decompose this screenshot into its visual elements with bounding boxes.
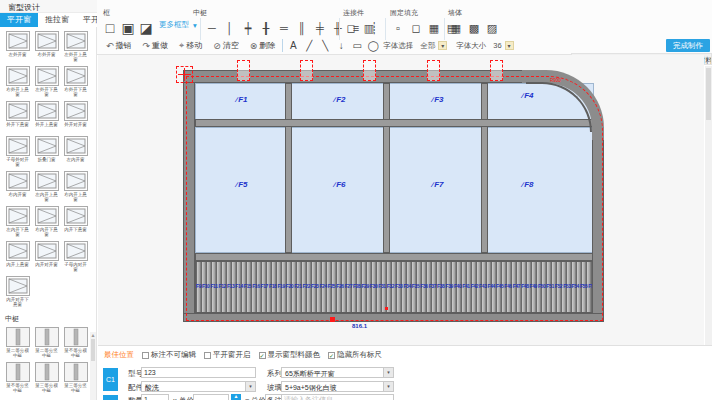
frame-tool-icon[interactable]: □ (103, 20, 117, 36)
origin-crosshair[interactable] (176, 66, 193, 83)
draw-tool-icon[interactable]: ▭ (350, 40, 364, 51)
mullion-type-item[interactable]: 显不等分竖中梃 (3, 362, 32, 394)
frame-tool-icon[interactable]: ▣ (121, 20, 135, 36)
font-select-dropdown-icon[interactable]: ▾ (438, 41, 447, 50)
font-size-dropdown-icon[interactable]: ▾ (505, 41, 514, 50)
price-stepper[interactable]: ▲▼ (231, 394, 241, 400)
qty-input[interactable] (141, 394, 169, 400)
mullion-type-item[interactable]: 显三等分横中梃 (32, 362, 61, 394)
mullion-type-item[interactable]: 显不等分横中梃 (61, 327, 90, 359)
checkbox-icon[interactable] (328, 352, 335, 359)
frame-tool-icon[interactable]: ◪ (139, 20, 153, 36)
checkbox-icon[interactable] (142, 352, 149, 359)
window-type-item[interactable]: 内开上悬窗 (3, 241, 32, 273)
display-option-checkbox[interactable]: 显示窗型料颜色 (259, 350, 321, 360)
window-type-item[interactable]: 左外开下悬窗 (32, 66, 61, 98)
command-button[interactable]: ⌖ 移动 (175, 40, 206, 51)
window-type-item[interactable]: 右内开窗 (3, 171, 32, 203)
command-button[interactable]: ⊘ 清空 (209, 40, 243, 51)
unit-price-input[interactable] (193, 394, 229, 400)
accessory-select[interactable]: 酸洗 ▾ (141, 381, 256, 392)
mullion-type-item[interactable]: 显二等分竖中梃 (32, 327, 61, 359)
checkbox-icon[interactable] (259, 352, 266, 359)
scrollbar-thumb[interactable] (91, 339, 95, 361)
next-item-tag-partial[interactable] (103, 395, 118, 400)
more-frames-button[interactable]: 更多框型 ▾ (159, 20, 197, 30)
window-type-item[interactable]: 子母内对开窗 (61, 241, 90, 273)
series-value: 65系断桥平开窗 (285, 370, 335, 377)
mullion-tool-icon[interactable]: ║ (295, 20, 309, 36)
draw-tool-icon[interactable]: ↓ (334, 40, 348, 51)
wall-tool-icon[interactable]: ▩ (467, 20, 481, 36)
window-type-item[interactable]: 左内开窗 (61, 136, 90, 168)
mullion-tool-icon[interactable]: ╂ (259, 20, 273, 36)
mullion-handle[interactable] (300, 60, 313, 81)
glass-label: 玻璃 (267, 383, 282, 393)
mullion-type-icon (6, 362, 30, 382)
note-input[interactable] (281, 394, 394, 400)
sidebar-scrollbar[interactable]: ▲ (90, 332, 96, 400)
font-size-value[interactable]: 36 (493, 41, 501, 50)
scroll-up-icon[interactable]: ▲ (90, 332, 96, 338)
checkbox-icon[interactable] (204, 352, 211, 359)
fixed-fill-tool-icon[interactable]: ◻ (409, 20, 423, 36)
model-input[interactable] (141, 367, 256, 378)
window-type-item[interactable]: 左外开窗 (3, 31, 32, 63)
command-button[interactable]: ↶ 撤销 (102, 40, 136, 51)
window-type-item[interactable]: 外开下悬窗 (3, 101, 32, 133)
design-canvas[interactable]: F9 F10 F11 F12 F13 F14 F15 F16 F17 F18 F… (98, 55, 704, 345)
glass-select[interactable]: 5+9a+5钢化白玻 ▾ (281, 381, 394, 392)
window-type-item[interactable]: 右外开下悬窗 (61, 66, 90, 98)
window-type-item[interactable]: 左外开上悬窗 (61, 31, 90, 63)
draw-tool-icon[interactable]: A (286, 40, 300, 51)
tab[interactable]: 推拉窗 (38, 13, 76, 27)
window-type-item[interactable]: 外开上悬窗 (32, 101, 61, 133)
fixed-fill-tool-icon[interactable]: ▦ (427, 20, 441, 36)
window-type-item[interactable]: 内开对开窗 (32, 241, 61, 273)
window-type-item[interactable]: 子母外对开窗 (3, 136, 32, 168)
window-type-item[interactable]: 右内开下悬窗 (32, 206, 61, 238)
mullion-tool-icon[interactable]: │ (223, 20, 237, 36)
item-tag[interactable]: C1 (103, 368, 118, 391)
mullion-handle[interactable] (427, 60, 440, 81)
window-type-item[interactable]: 左内开下悬窗 (3, 206, 32, 238)
mullion-type-item[interactable]: 显三等分竖中梃 (61, 362, 90, 394)
display-option-checkbox[interactable]: 平开窗开启 (204, 350, 251, 360)
window-type-item[interactable]: 左内开上悬窗 (32, 171, 61, 203)
bottom-edge-handle[interactable] (330, 317, 335, 322)
window-type-item[interactable]: 右外开上悬窗 (3, 66, 32, 98)
mullion-tool-icon[interactable]: ─ (205, 20, 219, 36)
wall-tool-icon[interactable]: ▦ (449, 20, 463, 36)
mullion-tool-icon[interactable]: ┿ (241, 20, 255, 36)
series-select[interactable]: 65系断桥平开窗 ▾ (281, 367, 394, 378)
edge-marker (385, 307, 388, 310)
wall-tool-icon[interactable]: ▨ (485, 20, 499, 36)
mullion-handle[interactable] (363, 60, 376, 81)
window-type-item[interactable]: 右外开窗 (32, 31, 61, 63)
mullion-handle[interactable] (490, 60, 503, 81)
mullion-tool-icon[interactable]: ╪ (313, 20, 327, 36)
connector-tool-icon[interactable]: ▥ (362, 20, 376, 36)
window-type-item[interactable]: 外开对开窗 (61, 101, 90, 133)
tab[interactable]: 平开窗 (0, 13, 38, 27)
window-type-item[interactable]: 右内开上悬窗 (61, 171, 90, 203)
draw-tool-icon[interactable]: ╱ (302, 40, 316, 51)
font-select-value[interactable]: 全部 (420, 41, 435, 51)
window-type-item[interactable]: 内开对开下悬窗 (3, 276, 32, 308)
mullion-type-item[interactable]: 显二等分横中梃 (3, 327, 32, 359)
command-button[interactable]: ⊗ 删除 (246, 40, 280, 51)
scrollbar-thumb[interactable] (706, 68, 711, 120)
fixed-fill-tool-icon[interactable]: ▫ (391, 20, 405, 36)
mullion-tool-icon[interactable]: ╫ (331, 20, 345, 36)
command-button[interactable]: ↷ 重做 (139, 40, 173, 51)
window-type-item[interactable]: 折叠门窗 (32, 136, 61, 168)
mullion-tool-icon[interactable]: ═ (277, 20, 291, 36)
display-option-checkbox[interactable]: 隐藏所有标尺 (328, 350, 382, 360)
mullion-handle[interactable] (237, 60, 250, 81)
window-type-item[interactable]: 内开下悬窗 (61, 206, 90, 238)
draw-tool-icon[interactable]: ╲ (318, 40, 332, 51)
display-option-checkbox[interactable]: 标注不可编辑 (142, 350, 196, 360)
draw-tool-icon[interactable]: ◯ (366, 40, 380, 51)
finish-button[interactable]: 完成制作 (666, 39, 710, 52)
connector-tool-icon[interactable]: ◻ (344, 20, 358, 36)
